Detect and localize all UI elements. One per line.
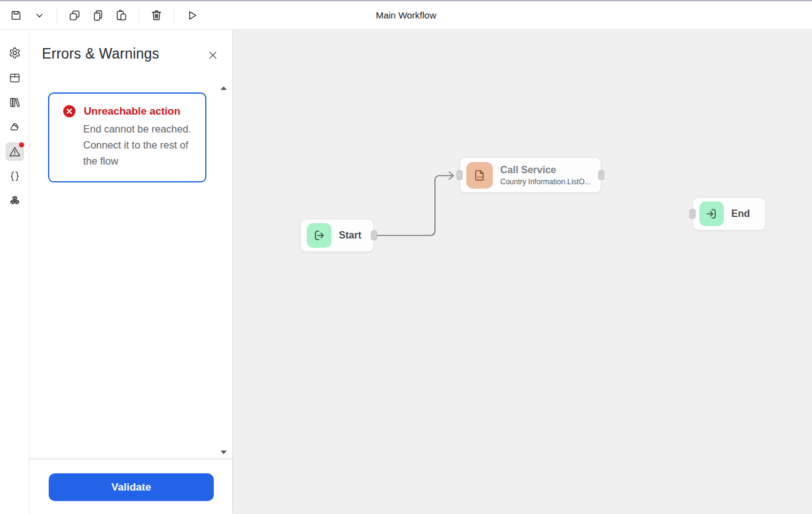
sidebar-item-packages[interactable] bbox=[6, 68, 24, 87]
port-call-service-input[interactable] bbox=[457, 170, 463, 180]
close-icon bbox=[208, 50, 218, 60]
delete-button[interactable] bbox=[145, 4, 168, 27]
validate-button[interactable]: Validate bbox=[49, 473, 214, 501]
package-box-icon bbox=[8, 71, 22, 84]
close-panel-button[interactable] bbox=[205, 47, 220, 62]
panel-title: Errors & Warnings bbox=[42, 46, 220, 62]
end-arrow-icon bbox=[699, 202, 724, 226]
run-button[interactable] bbox=[181, 4, 203, 27]
save-button[interactable] bbox=[5, 4, 27, 27]
save-icon bbox=[9, 9, 23, 22]
port-call-service-output[interactable] bbox=[598, 170, 604, 180]
toolbar-divider bbox=[139, 7, 139, 23]
sidebar-item-modules[interactable] bbox=[6, 192, 24, 210]
workflow-editor-window: Main Workflow bbox=[0, 0, 812, 514]
node-end[interactable]: End bbox=[692, 197, 766, 230]
workflow-canvas[interactable]: Start xml Call Service Country Informati… bbox=[233, 30, 812, 514]
scroll-down-arrow[interactable] bbox=[221, 451, 227, 454]
port-start-output[interactable] bbox=[371, 230, 377, 240]
edge-start-to-call-service bbox=[233, 30, 812, 514]
gear-icon bbox=[8, 46, 22, 60]
errors-warnings-panel: Errors & Warnings Unreachable action End… bbox=[30, 30, 233, 514]
node-call-service-label: Call Service bbox=[500, 165, 591, 176]
duplicate-button[interactable] bbox=[63, 4, 86, 27]
panel-header: Errors & Warnings bbox=[30, 30, 232, 62]
chevron-down-icon bbox=[33, 9, 46, 22]
library-books-icon bbox=[8, 96, 22, 109]
error-card-header: Unreachable action bbox=[63, 105, 198, 118]
node-start[interactable]: Start bbox=[300, 219, 374, 252]
copy-icon bbox=[91, 9, 105, 22]
paste-icon bbox=[115, 9, 128, 22]
topbar: Main Workflow bbox=[0, 1, 812, 30]
copy-button[interactable] bbox=[87, 4, 109, 27]
error-badge-dot bbox=[19, 142, 24, 147]
error-message: End cannot be reached. Connect it to the… bbox=[83, 121, 198, 169]
node-call-service-subtitle: Country Information.ListO... bbox=[500, 177, 591, 186]
node-call-service[interactable]: xml Call Service Country Information.Lis… bbox=[460, 157, 601, 193]
warning-triangle-icon bbox=[8, 145, 22, 158]
error-title: Unreachable action bbox=[84, 105, 181, 118]
toolbar bbox=[0, 4, 203, 27]
start-arrow-icon bbox=[307, 223, 331, 248]
panel-footer: Validate bbox=[30, 459, 232, 514]
sidebar-item-cloud[interactable] bbox=[6, 118, 24, 136]
error-card[interactable]: Unreachable action End cannot be reached… bbox=[48, 92, 206, 182]
trash-icon bbox=[150, 9, 163, 22]
clouds-icon bbox=[8, 120, 22, 134]
icon-rail bbox=[0, 30, 30, 514]
node-call-service-text: Call Service Country Information.ListO..… bbox=[500, 165, 591, 186]
toolbar-divider bbox=[57, 7, 57, 23]
sidebar-item-errors-warnings[interactable] bbox=[6, 142, 24, 161]
sidebar-item-settings[interactable] bbox=[6, 44, 24, 62]
xml-badge-text: xml bbox=[477, 175, 482, 179]
curly-braces-icon bbox=[8, 169, 22, 183]
duplicate-icon bbox=[68, 9, 81, 22]
port-end-input[interactable] bbox=[689, 209, 696, 219]
save-options-dropdown-button[interactable] bbox=[28, 4, 51, 27]
sidebar-item-library[interactable] bbox=[6, 93, 24, 112]
play-icon bbox=[185, 9, 198, 22]
cubes-icon bbox=[8, 194, 22, 208]
toolbar-divider bbox=[174, 7, 174, 23]
error-circle-icon bbox=[63, 105, 76, 118]
paste-button[interactable] bbox=[110, 4, 132, 27]
node-end-label: End bbox=[731, 208, 750, 219]
scroll-up-arrow[interactable] bbox=[221, 86, 227, 90]
xml-document-icon: xml bbox=[466, 162, 493, 189]
sidebar-item-code[interactable] bbox=[6, 167, 24, 186]
node-start-label: Start bbox=[339, 230, 361, 241]
